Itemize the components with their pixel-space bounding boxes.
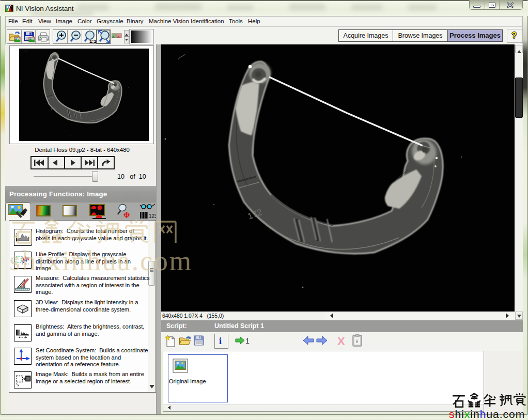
svg-text:1:1: 1:1: [89, 38, 96, 43]
svg-text:1: 1: [245, 337, 250, 345]
